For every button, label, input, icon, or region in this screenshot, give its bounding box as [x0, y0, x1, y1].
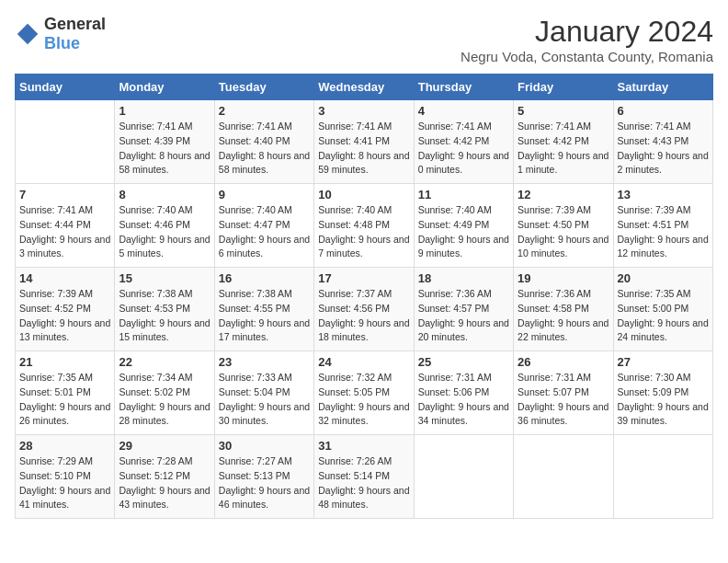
- day-detail: Sunrise: 7:32 AMSunset: 5:05 PMDaylight:…: [318, 372, 409, 426]
- weekday-header-wednesday: Wednesday: [314, 75, 414, 100]
- day-detail: Sunrise: 7:41 AMSunset: 4:40 PMDaylight:…: [219, 121, 310, 175]
- day-number: 27: [618, 355, 709, 369]
- calendar-cell: 19 Sunrise: 7:36 AMSunset: 4:58 PMDaylig…: [514, 268, 613, 351]
- calendar-cell: 6 Sunrise: 7:41 AMSunset: 4:43 PMDayligh…: [613, 100, 712, 184]
- calendar-cell: 12 Sunrise: 7:39 AMSunset: 4:50 PMDaylig…: [514, 184, 613, 268]
- weekday-header-friday: Friday: [514, 75, 613, 100]
- calendar-cell: 7 Sunrise: 7:41 AMSunset: 4:44 PMDayligh…: [16, 184, 115, 268]
- week-row-3: 14 Sunrise: 7:39 AMSunset: 4:52 PMDaylig…: [16, 268, 713, 351]
- calendar-cell: 26 Sunrise: 7:31 AMSunset: 5:07 PMDaylig…: [514, 351, 613, 435]
- calendar-cell: 3 Sunrise: 7:41 AMSunset: 4:41 PMDayligh…: [314, 100, 414, 184]
- day-detail: Sunrise: 7:34 AMSunset: 5:02 PMDaylight:…: [119, 372, 210, 426]
- day-number: 10: [318, 188, 409, 201]
- day-detail: Sunrise: 7:35 AMSunset: 5:00 PMDaylight:…: [618, 288, 709, 342]
- calendar-cell: 27 Sunrise: 7:30 AMSunset: 5:09 PMDaylig…: [613, 351, 712, 435]
- day-detail: Sunrise: 7:40 AMSunset: 4:47 PMDaylight:…: [219, 204, 310, 259]
- week-row-4: 21 Sunrise: 7:35 AMSunset: 5:01 PMDaylig…: [16, 351, 713, 435]
- day-number: 25: [418, 355, 509, 369]
- calendar-cell: 10 Sunrise: 7:40 AMSunset: 4:48 PMDaylig…: [314, 184, 414, 268]
- day-number: 9: [219, 188, 310, 201]
- day-detail: Sunrise: 7:27 AMSunset: 5:13 PMDaylight:…: [219, 455, 310, 510]
- calendar-cell: 17 Sunrise: 7:37 AMSunset: 4:56 PMDaylig…: [314, 268, 414, 351]
- day-number: 2: [219, 104, 310, 118]
- day-detail: Sunrise: 7:39 AMSunset: 4:50 PMDaylight:…: [518, 204, 609, 259]
- weekday-header-saturday: Saturday: [613, 75, 712, 100]
- day-detail: Sunrise: 7:36 AMSunset: 4:58 PMDaylight:…: [518, 288, 609, 342]
- day-number: 18: [418, 271, 509, 285]
- calendar-cell: 11 Sunrise: 7:40 AMSunset: 4:49 PMDaylig…: [414, 184, 513, 268]
- day-number: 7: [19, 188, 110, 201]
- calendar-cell: 4 Sunrise: 7:41 AMSunset: 4:42 PMDayligh…: [414, 100, 513, 184]
- day-number: 16: [219, 271, 310, 285]
- calendar-cell: 25 Sunrise: 7:31 AMSunset: 5:06 PMDaylig…: [414, 351, 513, 435]
- day-detail: Sunrise: 7:41 AMSunset: 4:42 PMDaylight:…: [518, 121, 609, 175]
- day-number: 22: [119, 355, 210, 369]
- calendar-cell: [514, 435, 613, 519]
- calendar-cell: 8 Sunrise: 7:40 AMSunset: 4:46 PMDayligh…: [115, 184, 214, 268]
- calendar-cell: 14 Sunrise: 7:39 AMSunset: 4:52 PMDaylig…: [16, 268, 115, 351]
- calendar-cell: 2 Sunrise: 7:41 AMSunset: 4:40 PMDayligh…: [214, 100, 313, 184]
- calendar-cell: 16 Sunrise: 7:38 AMSunset: 4:55 PMDaylig…: [214, 268, 313, 351]
- calendar-cell: [613, 435, 712, 519]
- calendar-cell: 9 Sunrise: 7:40 AMSunset: 4:47 PMDayligh…: [214, 184, 313, 268]
- day-number: 13: [618, 188, 709, 201]
- day-number: 21: [19, 355, 110, 369]
- calendar-cell: [414, 435, 513, 519]
- day-number: 26: [518, 355, 609, 369]
- calendar-cell: [16, 100, 115, 184]
- day-number: 4: [418, 104, 509, 118]
- logo-blue-text: Blue: [44, 34, 80, 52]
- day-detail: Sunrise: 7:41 AMSunset: 4:39 PMDaylight:…: [119, 121, 210, 175]
- day-detail: Sunrise: 7:41 AMSunset: 4:44 PMDaylight:…: [19, 204, 110, 259]
- week-row-1: 1 Sunrise: 7:41 AMSunset: 4:39 PMDayligh…: [16, 100, 713, 184]
- day-number: 1: [119, 104, 210, 118]
- weekday-header-sunday: Sunday: [16, 75, 115, 100]
- day-number: 15: [119, 271, 210, 285]
- day-number: 5: [518, 104, 609, 118]
- day-number: 17: [318, 271, 409, 285]
- day-detail: Sunrise: 7:26 AMSunset: 5:14 PMDaylight:…: [318, 455, 409, 510]
- calendar-cell: 29 Sunrise: 7:28 AMSunset: 5:12 PMDaylig…: [115, 435, 214, 519]
- day-number: 12: [518, 188, 609, 201]
- day-detail: Sunrise: 7:35 AMSunset: 5:01 PMDaylight:…: [19, 372, 110, 426]
- weekday-header-tuesday: Tuesday: [214, 75, 313, 100]
- day-number: 19: [518, 271, 609, 285]
- weekday-header-thursday: Thursday: [414, 75, 513, 100]
- calendar-cell: 18 Sunrise: 7:36 AMSunset: 4:57 PMDaylig…: [414, 268, 513, 351]
- calendar-subtitle: Negru Voda, Constanta County, Romania: [461, 49, 713, 64]
- day-number: 29: [119, 439, 210, 453]
- weekday-header-monday: Monday: [115, 75, 214, 100]
- header: General Blue January 2024 Negru Voda, Co…: [15, 15, 713, 64]
- day-detail: Sunrise: 7:33 AMSunset: 5:04 PMDaylight:…: [219, 372, 310, 426]
- title-area: January 2024 Negru Voda, Constanta Count…: [461, 15, 713, 64]
- day-detail: Sunrise: 7:40 AMSunset: 4:46 PMDaylight:…: [119, 204, 210, 259]
- calendar-cell: 20 Sunrise: 7:35 AMSunset: 5:00 PMDaylig…: [613, 268, 712, 351]
- day-number: 3: [318, 104, 409, 118]
- calendar-cell: 1 Sunrise: 7:41 AMSunset: 4:39 PMDayligh…: [115, 100, 214, 184]
- day-number: 30: [219, 439, 310, 453]
- weekday-header-row: SundayMondayTuesdayWednesdayThursdayFrid…: [16, 75, 713, 100]
- day-detail: Sunrise: 7:40 AMSunset: 4:49 PMDaylight:…: [418, 204, 509, 259]
- calendar-cell: 31 Sunrise: 7:26 AMSunset: 5:14 PMDaylig…: [314, 435, 414, 519]
- day-number: 23: [219, 355, 310, 369]
- day-number: 6: [618, 104, 709, 118]
- day-detail: Sunrise: 7:30 AMSunset: 5:09 PMDaylight:…: [618, 372, 709, 426]
- day-detail: Sunrise: 7:40 AMSunset: 4:48 PMDaylight:…: [318, 204, 409, 259]
- day-number: 31: [318, 439, 409, 453]
- calendar-title: January 2024: [461, 15, 713, 49]
- day-detail: Sunrise: 7:41 AMSunset: 4:43 PMDaylight:…: [618, 121, 709, 175]
- day-number: 24: [318, 355, 409, 369]
- day-detail: Sunrise: 7:41 AMSunset: 4:42 PMDaylight:…: [418, 121, 509, 175]
- day-detail: Sunrise: 7:29 AMSunset: 5:10 PMDaylight:…: [19, 455, 110, 510]
- week-row-5: 28 Sunrise: 7:29 AMSunset: 5:10 PMDaylig…: [16, 435, 713, 519]
- svg-marker-1: [28, 24, 38, 34]
- day-detail: Sunrise: 7:31 AMSunset: 5:06 PMDaylight:…: [418, 372, 509, 426]
- day-number: 8: [119, 188, 210, 201]
- day-detail: Sunrise: 7:38 AMSunset: 4:53 PMDaylight:…: [119, 288, 210, 342]
- day-detail: Sunrise: 7:28 AMSunset: 5:12 PMDaylight:…: [119, 455, 210, 510]
- day-detail: Sunrise: 7:41 AMSunset: 4:41 PMDaylight:…: [318, 121, 409, 175]
- calendar-cell: 23 Sunrise: 7:33 AMSunset: 5:04 PMDaylig…: [214, 351, 313, 435]
- logo-icon: [15, 21, 40, 47]
- day-detail: Sunrise: 7:31 AMSunset: 5:07 PMDaylight:…: [518, 372, 609, 426]
- day-number: 14: [19, 271, 110, 285]
